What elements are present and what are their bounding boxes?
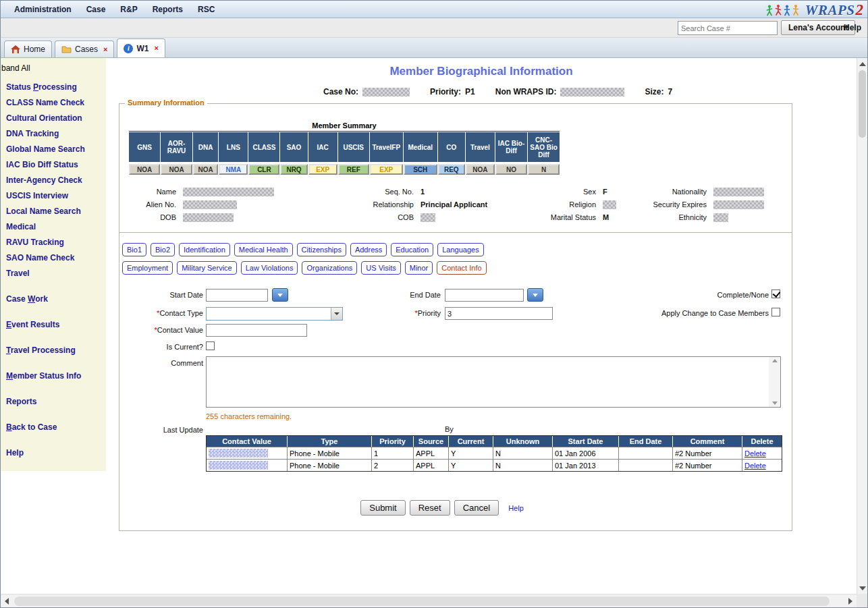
summary-status-class: CLR [248,164,279,175]
redacted-value [713,188,764,196]
sidebar-item-class-name-check[interactable]: CLASS Name Check [1,95,106,111]
contact-cell-type: Phone - Mobile [288,460,372,471]
submit-button[interactable]: Submit [360,500,405,516]
member-value-name [176,186,311,198]
sidebar-item-medical[interactable]: Medical [1,219,106,235]
member-value-nationality [707,186,781,198]
cancel-button[interactable]: Cancel [454,500,499,516]
tab-languages[interactable]: Languages [437,243,483,256]
search-case-input[interactable] [678,21,778,35]
sidebar-item-global-name-search[interactable]: Global Name Search [1,142,106,157]
sidebar-item-cultural-orientation[interactable]: Cultural Orientation [1,111,106,126]
tab-medical-health[interactable]: Medical Health [234,243,293,256]
priority-input[interactable] [445,307,553,320]
end-date-picker-button[interactable] [527,288,543,302]
sidebar-item-dna-tracking[interactable]: DNA Tracking [1,126,106,142]
tab-organizations[interactable]: Organizations [302,261,357,275]
vertical-scroll-thumb[interactable] [859,70,866,138]
tab-w1[interactable]: i W1 × [117,38,165,57]
tab-cases[interactable]: Cases × [55,40,114,57]
horizontal-scroll-thumb[interactable] [14,597,830,606]
tab-citizenships[interactable]: Citizenships [297,243,346,256]
member-label-dob: DOB [129,211,176,224]
sidebar-item-uscis-interview[interactable]: USCIS Interview [1,188,106,204]
tab-identification[interactable]: Identification [179,243,230,256]
start-date-input[interactable] [206,289,268,302]
scroll-up-button[interactable] [857,58,867,70]
tab-minor[interactable]: Minor [405,261,433,275]
start-date-label: Start Date [119,290,203,300]
contact-cell-source: APPL [414,447,449,459]
member-value-alien-no [176,198,311,211]
close-icon[interactable]: × [103,46,107,53]
menu-r-p[interactable]: R&P [120,5,137,14]
page-title: Member Biographical Information [106,65,857,78]
contact-type-select[interactable] [206,307,343,321]
tab-label: Cases [75,45,98,54]
sidebar-item-local-name-search[interactable]: Local Name Search [1,204,106,219]
size-field: Size: 7 [645,87,672,96]
tab-law-violations[interactable]: Law Violations [241,261,298,275]
delete-link[interactable]: Delete [744,449,766,458]
contact-cell-priority: 1 [372,447,414,459]
tab-bio1[interactable]: Bio1 [122,243,146,256]
complete-none-checkbox[interactable] [771,289,780,298]
sidebar-item-ravu-tracking[interactable]: RAVU Tracking [1,235,106,250]
sidebar-item-travel[interactable]: Travel [1,266,106,281]
member-info-grid: NameSeq. No.1SexFNationalityAlien No.Rel… [129,186,792,224]
contact-value-input[interactable] [206,324,307,337]
contact-table-body: Phone - Mobile1APPLYN01 Jan 2006#2 Numbe… [207,447,782,471]
folder-icon [61,45,72,53]
end-date-input[interactable] [445,289,524,302]
expand-all-link[interactable]: band All [1,63,106,73]
sidebar-item-member-status-info[interactable]: Member Status Info [1,368,106,384]
horizontal-scrollbar[interactable] [1,594,857,607]
sidebar-item-event-results[interactable]: Event Results [1,317,106,333]
contact-col-source: Source [414,436,449,447]
scroll-down-button[interactable] [857,582,867,594]
select-dropdown-icon [331,308,342,320]
tab-employment[interactable]: Employment [122,261,173,275]
tab-contact-info[interactable]: Contact Info [437,261,486,275]
sidebar-item-help[interactable]: Help [1,445,106,461]
textarea-scrollbar[interactable] [769,357,780,407]
sidebar-item-inter-agency-check[interactable]: Inter-Agency Check [1,173,106,188]
apply-change-checkbox[interactable] [771,308,780,316]
sidebar-item-case-work[interactable]: Case Work [1,292,106,307]
tab-bio2[interactable]: Bio2 [151,243,175,256]
sidebar-item-iac-bio-diff-status[interactable]: IAC Bio Diff Status [1,157,106,173]
tab-us-visits[interactable]: US Visits [361,261,400,275]
member-label-seq-no: Seq. No. [311,186,414,198]
summary-panel: Summary Information Member Summary GNSAO… [119,103,792,531]
form-help-link[interactable]: Help [508,504,524,512]
summary-header-aor-ravu: AOR-RAVU [161,132,192,162]
is-current-checkbox[interactable] [206,341,215,350]
menu-administration[interactable]: Administration [14,5,72,14]
sidebar-item-travel-processing[interactable]: Travel Processing [1,343,106,358]
summary-header-lns: LNS [219,132,248,162]
reset-button[interactable]: Reset [410,500,450,516]
toolbar-help-link[interactable]: Help [844,23,861,32]
menu-case[interactable]: Case [86,5,106,14]
case-no-field: Case No: [323,87,410,96]
sidebar-item-status-processing[interactable]: Status Processing [1,80,106,95]
scroll-right-button[interactable] [844,595,857,607]
sidebar-item-sao-name-check[interactable]: SAO Name Check [1,250,106,266]
menu-rsc[interactable]: RSC [198,5,215,14]
tab-education[interactable]: Education [391,243,433,256]
contact-col-end-date: End Date [619,436,673,447]
sidebar-item-reports[interactable]: Reports [1,394,106,410]
tab-military-service[interactable]: Military Service [177,261,237,275]
scroll-left-button[interactable] [1,595,13,607]
start-date-picker-button[interactable] [272,288,288,302]
close-icon[interactable]: × [154,45,158,52]
delete-link[interactable]: Delete [744,462,766,470]
comment-textarea[interactable] [206,356,781,408]
vertical-scrollbar[interactable] [857,58,867,594]
contact-info-form: Start Date End Date Complete/None *Conta… [119,288,792,476]
menu-reports[interactable]: Reports [153,5,183,14]
tab-home[interactable]: Home [4,40,52,57]
sidebar-item-back-to-case[interactable]: Back to Case [1,420,106,435]
contact-cell-end-date [619,447,673,459]
tab-address[interactable]: Address [350,243,387,256]
